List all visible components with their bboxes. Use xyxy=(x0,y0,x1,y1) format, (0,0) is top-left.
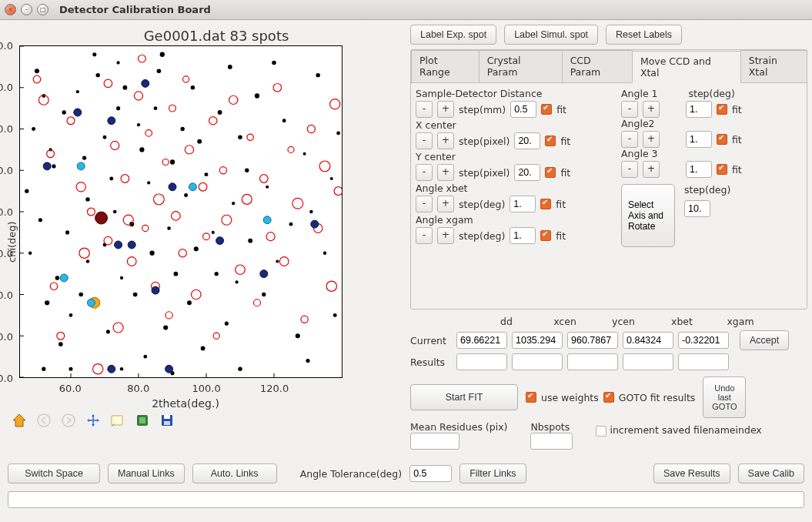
dist-minus-button[interactable]: - xyxy=(416,101,433,118)
window-close-icon[interactable]: × xyxy=(5,4,16,15)
svg-point-79 xyxy=(32,127,35,131)
angle2-label: Angle2 xyxy=(621,118,802,129)
preferences-icon[interactable] xyxy=(134,412,151,429)
xcenter-minus-button[interactable]: - xyxy=(416,132,433,149)
xgam-plus-button[interactable]: + xyxy=(437,227,454,244)
svg-point-104 xyxy=(142,225,149,231)
angle2-plus-button[interactable]: + xyxy=(643,131,660,148)
svg-point-17 xyxy=(106,330,110,333)
current-ycen-input[interactable] xyxy=(567,332,618,349)
angle2-minus-button[interactable]: - xyxy=(621,131,638,148)
angle1-minus-button[interactable]: - xyxy=(621,101,638,118)
results-dd-input[interactable] xyxy=(456,353,507,370)
svg-point-147 xyxy=(43,162,51,170)
ycenter-minus-button[interactable]: - xyxy=(416,164,433,181)
save-results-button[interactable]: Save Results xyxy=(653,463,730,484)
increment-checkbox[interactable] xyxy=(596,426,606,437)
label-exp-spot-button[interactable]: Label Exp. spot xyxy=(410,25,496,45)
tab-plot-range[interactable]: Plot Range xyxy=(411,50,480,82)
back-icon[interactable] xyxy=(35,412,52,429)
angle3-fit-checkbox[interactable] xyxy=(717,164,727,175)
xbet-step-input[interactable] xyxy=(510,196,536,212)
dist-plus-button[interactable]: + xyxy=(437,101,454,118)
rotate-step-input[interactable] xyxy=(684,200,710,217)
svg-point-91 xyxy=(87,208,95,216)
home-icon[interactable] xyxy=(11,412,28,429)
tab-ccd-param[interactable]: CCD Param xyxy=(562,50,633,82)
reset-labels-button[interactable]: Reset Labels xyxy=(606,25,682,45)
angle1-step-input[interactable] xyxy=(686,101,712,118)
xcenter-plus-button[interactable]: + xyxy=(437,132,454,149)
auto-links-button[interactable]: Auto. Links xyxy=(192,463,277,484)
dist-step-input[interactable] xyxy=(510,101,536,118)
label-simul-spot-button[interactable]: Label Simul. spot xyxy=(504,25,598,45)
current-xgam-input[interactable] xyxy=(678,332,729,349)
tab-strain-xtal[interactable]: Strain Xtal xyxy=(740,50,807,82)
window-title: Detector Calibration Board xyxy=(59,4,211,15)
goto-fit-checkbox[interactable] xyxy=(603,392,614,403)
ycenter-plus-button[interactable]: + xyxy=(437,164,454,181)
svg-rect-181 xyxy=(164,415,170,419)
current-xcen-input[interactable] xyxy=(512,332,563,349)
save-icon[interactable] xyxy=(159,412,175,429)
save-calib-button[interactable]: Save Calib xyxy=(738,463,804,484)
tab-move-ccd-xtal[interactable]: Move CCD and Xtal xyxy=(632,51,741,83)
angle3-minus-button[interactable]: - xyxy=(621,161,638,178)
svg-point-159 xyxy=(165,365,173,373)
xbet-minus-button[interactable]: - xyxy=(416,196,433,212)
svg-point-7 xyxy=(69,313,73,317)
svg-point-58 xyxy=(266,186,269,189)
svg-point-36 xyxy=(170,159,175,164)
current-dd-input[interactable] xyxy=(456,332,507,349)
svg-point-119 xyxy=(213,333,219,339)
mean-residues-input[interactable] xyxy=(410,433,459,450)
filter-links-button[interactable]: Filter Links xyxy=(459,463,526,484)
select-axis-rotate-button[interactable]: Select Axis and Rotate xyxy=(621,184,675,247)
angle2-fit-checkbox[interactable] xyxy=(717,134,727,145)
dist-fit-checkbox[interactable] xyxy=(541,104,552,115)
svg-point-47 xyxy=(215,272,219,276)
svg-point-50 xyxy=(228,65,232,69)
window-minimize-icon[interactable]: – xyxy=(21,4,32,15)
xgam-fit-checkbox[interactable] xyxy=(540,230,551,241)
current-xbet-input[interactable] xyxy=(623,332,673,349)
svg-point-4 xyxy=(58,342,63,346)
forward-icon[interactable] xyxy=(60,412,77,429)
xgam-minus-button[interactable]: - xyxy=(416,227,433,244)
svg-point-38 xyxy=(181,127,185,131)
xcenter-fit-checkbox[interactable] xyxy=(545,136,556,146)
nbspots-input[interactable] xyxy=(530,433,573,450)
xgam-step-input[interactable] xyxy=(510,227,536,244)
start-fit-button[interactable]: Start FIT xyxy=(410,384,518,410)
xbet-fit-checkbox[interactable] xyxy=(540,199,551,209)
angle-tol-input[interactable] xyxy=(409,465,452,482)
xbet-plus-button[interactable]: + xyxy=(437,196,454,212)
angle2-step-input[interactable] xyxy=(686,131,712,148)
results-xbet-input[interactable] xyxy=(623,353,673,370)
use-weights-checkbox[interactable] xyxy=(526,392,536,403)
scatter-plot[interactable] xyxy=(19,45,343,378)
window-maximize-icon[interactable]: □ xyxy=(37,4,48,15)
accept-button[interactable]: Accept xyxy=(740,330,789,350)
switch-space-button[interactable]: Switch Space xyxy=(8,463,100,484)
undo-goto-button[interactable]: Undo last GOTO xyxy=(703,376,746,418)
angle3-plus-button[interactable]: + xyxy=(643,161,660,178)
angle3-step-input[interactable] xyxy=(686,161,712,178)
angle1-plus-button[interactable]: + xyxy=(643,101,660,118)
ycenter-fit-checkbox[interactable] xyxy=(545,167,556,178)
xcenter-step-input[interactable] xyxy=(514,132,540,149)
ycenter-step-input[interactable] xyxy=(514,164,540,181)
results-xcen-input[interactable] xyxy=(512,353,563,370)
results-xgam-input[interactable] xyxy=(678,353,729,370)
chart-panel: Ge0001.dat 83 spots chi(deg) 40.030.020.… xyxy=(0,20,404,459)
pan-icon[interactable] xyxy=(85,412,102,429)
svg-point-0 xyxy=(35,69,39,73)
svg-point-66 xyxy=(316,73,319,77)
svg-point-77 xyxy=(25,189,28,192)
tab-crystal-param[interactable]: Crystal Param xyxy=(479,50,563,82)
angle1-fit-checkbox[interactable] xyxy=(717,104,727,115)
results-ycen-input[interactable] xyxy=(567,353,618,370)
manual-links-button[interactable]: Manual Links xyxy=(108,463,185,484)
increment-label: increment saved filenameindex xyxy=(610,424,761,436)
zoom-icon[interactable] xyxy=(109,412,126,429)
